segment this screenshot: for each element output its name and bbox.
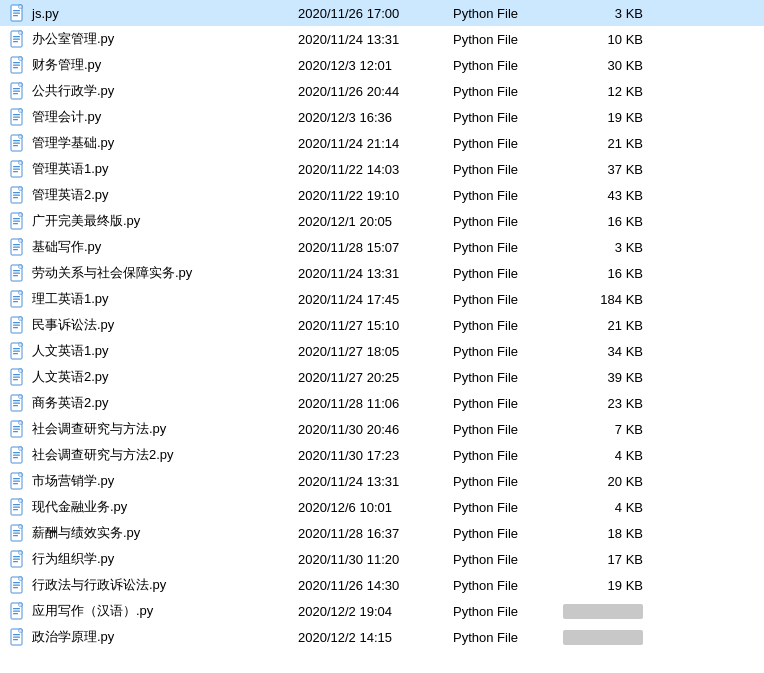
svg-rect-17 [13,67,18,68]
file-size: 19 KB [563,110,643,125]
table-row[interactable]: 理工英语1.py2020/11/24 17:45Python File184 K… [0,286,764,312]
file-name: 办公室管理.py [32,30,114,48]
svg-rect-113 [13,483,18,484]
table-row[interactable]: 薪酬与绩效实务.py2020/11/28 16:37Python File18 … [0,520,764,546]
file-date: 2020/11/22 14:03 [298,162,453,177]
table-row[interactable]: 人文英语2.py2020/11/27 20:25Python File39 KB [0,364,764,390]
file-size: 00 KB [563,630,643,645]
table-row[interactable]: 民事诉讼法.py2020/11/27 15:10Python File21 KB [0,312,764,338]
file-size: 16 KB [563,266,643,281]
file-date: 2020/12/3 16:36 [298,110,453,125]
python-file-icon [8,211,28,231]
file-type: Python File [453,396,563,411]
svg-rect-4 [13,13,20,14]
file-size: 37 KB [563,162,643,177]
file-name: js.py [32,6,59,21]
svg-rect-137 [13,587,18,588]
file-name: 现代金融业务.py [32,498,127,516]
python-file-icon [8,497,28,517]
svg-rect-23 [13,93,18,94]
file-size: 184 KB [563,292,643,307]
table-row[interactable]: 广开完美最终版.py2020/12/1 20:05Python File16 K… [0,208,764,234]
file-name-cell: 基础写作.py [8,237,298,257]
table-row[interactable]: js.py2020/11/26 17:00Python File3 KB [0,0,764,26]
table-row[interactable]: 劳动关系与社会保障实务.py2020/11/24 13:31Python Fil… [0,260,764,286]
table-row[interactable]: 政治学原理.py2020/12/2 14:15Python File00 KB [0,624,764,650]
file-size: 16 KB [563,214,643,229]
python-file-icon [8,159,28,179]
file-name: 广开完美最终版.py [32,212,140,230]
svg-rect-83 [13,353,18,354]
svg-rect-41 [13,171,18,172]
python-file-icon [8,81,28,101]
file-date: 2020/11/26 20:44 [298,84,453,99]
table-row[interactable]: 商务英语2.py2020/11/28 11:06Python File23 KB [0,390,764,416]
file-name-cell: 劳动关系与社会保障实务.py [8,263,298,283]
table-row[interactable]: 行为组织学.py2020/11/30 11:20Python File17 KB [0,546,764,572]
python-file-icon [8,29,28,49]
table-row[interactable]: 基础写作.py2020/11/28 15:07Python File3 KB [0,234,764,260]
python-file-icon [8,237,28,257]
table-row[interactable]: 办公室管理.py2020/11/24 13:31Python File10 KB [0,26,764,52]
file-date: 2020/11/30 11:20 [298,552,453,567]
svg-rect-65 [13,275,18,276]
svg-rect-28 [13,117,20,118]
file-size: 7 KB [563,422,643,437]
python-file-icon [8,315,28,335]
svg-rect-81 [13,348,20,349]
table-row[interactable]: 应用写作（汉语）.py2020/12/2 19:04Python File00 … [0,598,764,624]
python-file-icon [8,627,28,647]
table-row[interactable]: 市场营销学.py2020/11/24 13:31Python File20 KB [0,468,764,494]
svg-rect-129 [13,556,20,557]
table-row[interactable]: 管理会计.py2020/12/3 16:36Python File19 KB [0,104,764,130]
table-row[interactable]: 行政法与行政诉讼法.py2020/11/26 14:30Python File1… [0,572,764,598]
svg-rect-45 [13,192,20,193]
file-date: 2020/11/24 13:31 [298,32,453,47]
table-row[interactable]: 财务管理.py2020/12/3 12:01Python File30 KB [0,52,764,78]
svg-rect-40 [13,169,20,170]
file-name: 行政法与行政诉讼法.py [32,576,166,594]
table-row[interactable]: 管理学基础.py2020/11/24 21:14Python File21 KB [0,130,764,156]
file-type: Python File [453,32,563,47]
file-date: 2020/11/24 21:14 [298,136,453,151]
file-type: Python File [453,162,563,177]
svg-rect-15 [13,62,20,63]
table-row[interactable]: 管理英语1.py2020/11/22 14:03Python File37 KB [0,156,764,182]
file-date: 2020/11/30 17:23 [298,448,453,463]
file-name: 理工英语1.py [32,290,109,308]
svg-rect-93 [13,400,20,401]
python-file-icon [8,3,28,23]
svg-rect-141 [13,608,20,609]
file-type: Python File [453,266,563,281]
svg-rect-123 [13,530,20,531]
table-row[interactable]: 社会调查研究与方法2.py2020/11/30 17:23Python File… [0,442,764,468]
svg-rect-59 [13,249,18,250]
file-name: 人文英语1.py [32,342,109,360]
svg-rect-130 [13,559,20,560]
svg-rect-53 [13,223,18,224]
table-row[interactable]: 公共行政学.py2020/11/26 20:44Python File12 KB [0,78,764,104]
table-row[interactable]: 人文英语1.py2020/11/27 18:05Python File34 KB [0,338,764,364]
file-date: 2020/11/30 20:46 [298,422,453,437]
table-row[interactable]: 社会调查研究与方法.py2020/11/30 20:46Python File7… [0,416,764,442]
table-row[interactable]: 现代金融业务.py2020/12/6 10:01Python File4 KB [0,494,764,520]
svg-rect-82 [13,351,20,352]
svg-rect-119 [13,509,18,510]
svg-rect-75 [13,322,20,323]
file-type: Python File [453,630,563,645]
file-name-cell: 管理英语2.py [8,185,298,205]
file-name-cell: 市场营销学.py [8,471,298,491]
table-row[interactable]: 管理英语2.py2020/11/22 19:10Python File43 KB [0,182,764,208]
file-name: 公共行政学.py [32,82,114,100]
svg-rect-107 [13,457,18,458]
svg-rect-22 [13,91,20,92]
svg-rect-136 [13,585,20,586]
svg-rect-89 [13,379,18,380]
svg-rect-142 [13,611,20,612]
python-file-icon [8,549,28,569]
file-size: 18 KB [563,526,643,541]
svg-rect-46 [13,195,20,196]
file-name: 社会调查研究与方法2.py [32,446,174,464]
file-size: 12 KB [563,84,643,99]
file-name-cell: 应用写作（汉语）.py [8,601,298,621]
